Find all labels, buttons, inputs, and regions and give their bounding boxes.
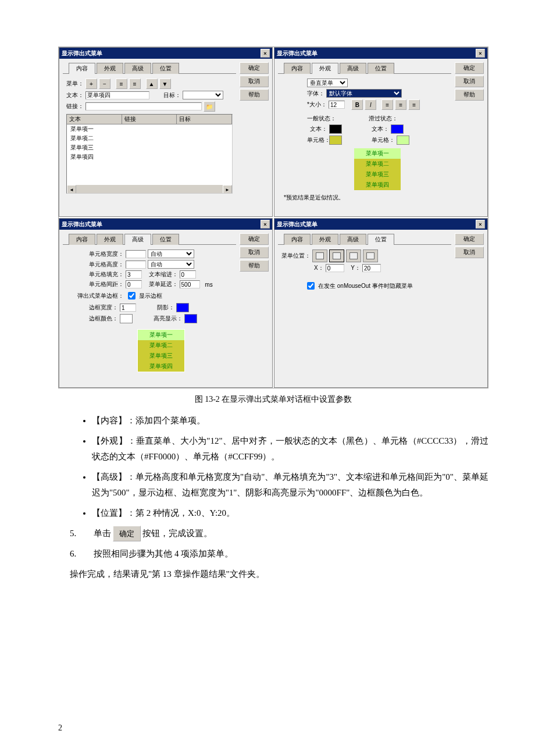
tab-bar: 内容 外观 高级 位置 xyxy=(63,62,236,73)
indent-left-icon[interactable]: ≡ xyxy=(116,79,127,89)
step-list: 5. 单击确定按钮，完成设置。 6. 按照相同步骤为其他 4 项添加菜单。 xyxy=(58,526,488,562)
menu-type-select[interactable]: 垂直菜单 xyxy=(307,79,348,87)
ok-button[interactable]: 确定 xyxy=(240,62,269,74)
align-left-icon[interactable]: ≡ xyxy=(381,99,393,110)
ok-button[interactable]: 确定 xyxy=(455,233,484,245)
font-select[interactable]: 默认字体 xyxy=(326,89,402,98)
shadow-color[interactable] xyxy=(176,303,189,312)
preview: 菜单项一 菜单项二 菜单项三 菜单项四 xyxy=(354,148,401,190)
dialog-appearance: 显示弹出式菜单× 内容 外观 高级 位置 垂直菜单 字体：默认字体 *大小： B… xyxy=(274,47,488,217)
tab-content[interactable]: 内容 xyxy=(69,63,95,74)
menu-delay-input[interactable] xyxy=(180,280,200,288)
size-input[interactable] xyxy=(329,101,345,109)
list-item[interactable]: 菜单项三 xyxy=(67,143,232,152)
ok-button[interactable]: 确定 xyxy=(455,62,484,74)
cell-width-mode[interactable]: 自动 xyxy=(148,249,194,258)
folder-icon[interactable]: 📁 xyxy=(204,101,215,112)
list-item[interactable]: 菜单项四 xyxy=(67,152,232,162)
preview-note: *预览结果是近似情况。 xyxy=(284,194,448,202)
border-width-input[interactable] xyxy=(120,304,136,312)
preview: 菜单项一 菜单项二 菜单项三 菜单项四 xyxy=(137,329,185,372)
cancel-button[interactable]: 取消 xyxy=(455,247,484,258)
tab-advanced[interactable]: 高级 xyxy=(124,63,151,74)
close-icon[interactable]: × xyxy=(476,220,485,229)
highlight-color[interactable] xyxy=(184,314,197,323)
bold-icon[interactable]: B xyxy=(351,99,363,110)
normal-cell-color[interactable] xyxy=(329,135,342,145)
bullet-list: 【内容】：添加四个菜单项。 【外观】：垂直菜单、大小为"12"、居中对齐，一般状… xyxy=(58,413,488,521)
menu-label: 菜单： xyxy=(66,80,84,88)
cell-height-input[interactable] xyxy=(126,261,146,269)
position-label: 菜单位置： xyxy=(281,252,311,260)
position-option-3[interactable] xyxy=(346,249,361,262)
link-label: 链接： xyxy=(66,102,84,110)
text-input[interactable] xyxy=(85,91,149,99)
ok-button-inline: 确定 xyxy=(113,526,141,541)
tab-appearance[interactable]: 外观 xyxy=(97,63,123,74)
remove-icon[interactable]: − xyxy=(99,79,110,89)
cell-height-mode[interactable]: 自动 xyxy=(148,260,194,269)
close-icon[interactable]: × xyxy=(261,220,270,229)
border-color[interactable] xyxy=(120,314,133,323)
hover-cell-color[interactable] xyxy=(397,135,409,145)
step-5: 5. 单击确定按钮，完成设置。 xyxy=(70,526,488,541)
cancel-button[interactable]: 取消 xyxy=(455,76,484,87)
normal-text-color[interactable] xyxy=(329,124,342,134)
figure-caption: 图 13-2 在显示弹出式菜单对话框中设置参数 xyxy=(58,394,488,405)
text-label: 文本： xyxy=(66,91,84,99)
tab-position[interactable]: 位置 xyxy=(152,63,179,74)
close-icon[interactable]: × xyxy=(476,49,485,58)
align-center-icon[interactable]: ≡ xyxy=(395,99,406,110)
position-option-1[interactable] xyxy=(312,249,327,262)
dialog-content: 显示弹出式菜单× 内容 外观 高级 位置 菜单： +− ≡≡ ▲▼ 文本：目标：… xyxy=(59,47,273,217)
align-right-icon[interactable]: ≡ xyxy=(408,99,420,110)
position-option-2[interactable] xyxy=(329,249,344,262)
cell-width-input[interactable] xyxy=(126,250,146,258)
help-button[interactable]: 帮助 xyxy=(240,260,269,272)
figure-screenshots: 显示弹出式菜单× 内容 外观 高级 位置 菜单： +− ≡≡ ▲▼ 文本：目标：… xyxy=(58,47,488,388)
target-select[interactable] xyxy=(183,91,223,99)
help-button[interactable]: 帮助 xyxy=(455,89,484,101)
finish-note: 操作完成，结果请见"第 13 章操作题结果"文件夹。 xyxy=(70,566,488,582)
move-up-icon[interactable]: ▲ xyxy=(146,79,158,89)
help-button[interactable]: 帮助 xyxy=(240,89,269,101)
cell-padding-input[interactable] xyxy=(126,270,142,279)
show-border-checkbox[interactable] xyxy=(128,292,135,299)
indent-right-icon[interactable]: ≡ xyxy=(129,79,141,89)
text-indent-input[interactable] xyxy=(180,270,196,279)
list-item[interactable]: 菜单项二 xyxy=(67,134,232,143)
add-icon[interactable]: + xyxy=(85,79,97,89)
items-list[interactable]: 文本链接目标 菜单项一 菜单项二 菜单项三 菜单项四 ◄► xyxy=(66,114,233,194)
step-6: 6. 按照相同步骤为其他 4 项添加菜单。 xyxy=(70,546,488,562)
ok-button[interactable]: 确定 xyxy=(240,233,269,245)
hover-text-color[interactable] xyxy=(391,124,404,134)
hide-on-mouseout-checkbox[interactable] xyxy=(307,282,315,290)
italic-icon[interactable]: I xyxy=(365,99,376,110)
dialog-advanced: 显示弹出式菜单× 内容 外观 高级 位置 单元格宽度：自动 单元格高度：自动 单… xyxy=(59,218,273,388)
page-number: 2 xyxy=(58,723,62,733)
cell-spacing-input[interactable] xyxy=(126,280,142,288)
x-input[interactable] xyxy=(326,264,344,272)
y-input[interactable] xyxy=(362,264,381,272)
cancel-button[interactable]: 取消 xyxy=(240,76,269,87)
dialog-position: 显示弹出式菜单× 内容 外观 高级 位置 菜单位置： X： Y： 在发生 onM… xyxy=(274,218,488,388)
target-label: 目标： xyxy=(163,91,181,99)
link-input[interactable] xyxy=(85,102,202,110)
scrollbar[interactable]: ◄► xyxy=(67,185,232,193)
cancel-button[interactable]: 取消 xyxy=(240,247,269,258)
dialog-title: 显示弹出式菜单 xyxy=(62,49,102,58)
move-down-icon[interactable]: ▼ xyxy=(159,79,171,89)
list-item[interactable]: 菜单项一 xyxy=(67,124,232,134)
position-option-4[interactable] xyxy=(363,249,378,262)
close-icon[interactable]: × xyxy=(261,49,270,58)
